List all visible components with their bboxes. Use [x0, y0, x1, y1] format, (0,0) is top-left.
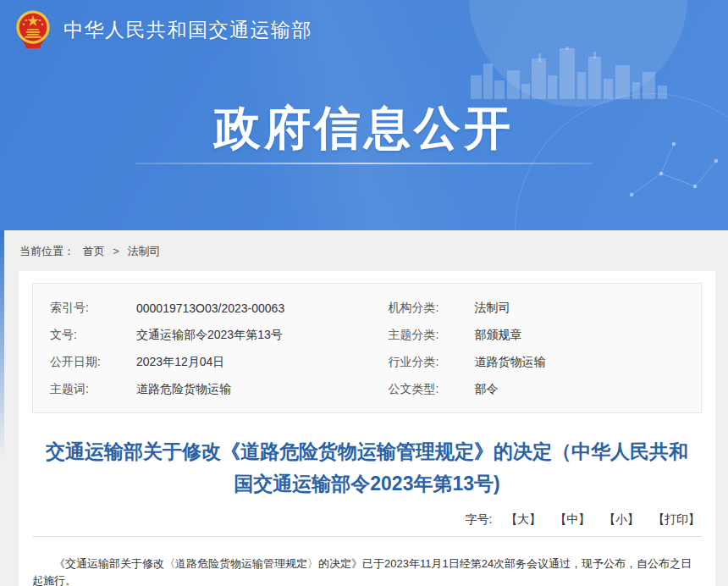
font-size-small-button[interactable]: 【小】: [604, 512, 639, 526]
font-size-large-button[interactable]: 【大】: [505, 512, 541, 526]
meta-value: 部令: [475, 382, 499, 397]
meta-value: 000019713O03/2023-00063: [136, 301, 284, 315]
meta-field-doc-type: 公文类型: 部令: [367, 376, 702, 403]
print-button[interactable]: 【打印】: [653, 512, 700, 526]
meta-field-industry-category: 行业分类: 道路货物运输: [367, 349, 702, 376]
meta-field-doc-no: 文号: 交通运输部令2023年第13号: [33, 322, 367, 349]
site-header-brand[interactable]: 中华人民共和国交通运输部: [14, 9, 312, 50]
font-size-toolbar: 字号: 【大】 【中】 【小】 【打印】: [32, 512, 702, 528]
meta-label: 索引号:: [50, 301, 136, 316]
meta-label: 机构分类:: [389, 301, 475, 316]
document-meta-table: 索引号: 000019713O03/2023-00063 机构分类: 法制司 文…: [32, 283, 702, 413]
meta-value: 法制司: [475, 301, 510, 316]
meta-value: 2023年12月04日: [136, 355, 224, 370]
meta-label: 公开日期:: [50, 355, 136, 370]
meta-field-index-no: 索引号: 000019713O03/2023-00063: [33, 295, 367, 322]
breadcrumb-section-link[interactable]: 法制司: [127, 245, 160, 257]
article-card: 索引号: 000019713O03/2023-00063 机构分类: 法制司 文…: [19, 271, 715, 586]
meta-field-publish-date: 公开日期: 2023年12月04日: [33, 349, 367, 376]
city-skyline-icon: [471, 47, 667, 99]
breadcrumb-label: 当前位置：: [19, 245, 74, 257]
breadcrumb-home-link[interactable]: 首页: [83, 245, 105, 257]
meta-value: 道路货物运输: [475, 355, 546, 370]
meta-value: 交通运输部令2023年第13号: [136, 328, 283, 343]
title-divider: [32, 536, 702, 537]
font-size-label: 字号:: [466, 512, 493, 526]
meta-value: 部颁规章: [475, 328, 522, 343]
national-emblem-icon: [14, 9, 52, 50]
breadcrumb-separator: >: [113, 245, 119, 257]
page-left-edge-decoration: [0, 230, 4, 459]
meta-field-topic-category: 主题分类: 部颁规章: [367, 322, 702, 349]
meta-label: 行业分类:: [389, 355, 475, 370]
banner-underline: [135, 163, 593, 164]
meta-label: 主题词:: [50, 382, 136, 397]
meta-field-keywords: 主题词: 道路危险货物运输: [33, 376, 367, 403]
document-title: 交通运输部关于修改《道路危险货物运输管理规定》的决定（中华人民共和国交通运输部令…: [44, 435, 690, 500]
banner-title: 政府信息公开: [0, 102, 728, 154]
meta-value: 道路危险货物运输: [136, 382, 231, 397]
meta-label: 文号:: [50, 328, 136, 343]
ministry-name: 中华人民共和国交通运输部: [63, 17, 312, 43]
meta-field-org-category: 机构分类: 法制司: [367, 295, 702, 322]
font-size-medium-button[interactable]: 【中】: [554, 512, 590, 526]
site-banner: 中华人民共和国交通运输部 政府信息公开: [0, 0, 728, 230]
meta-label: 公文类型:: [389, 382, 475, 397]
document-body: 《交通运输部关于修改〈道路危险货物运输管理规定〉的决定》已于2023年11月1日…: [32, 556, 702, 586]
breadcrumb: 当前位置： 首页 > 法制司: [0, 230, 728, 271]
meta-label: 主题分类:: [389, 328, 475, 343]
